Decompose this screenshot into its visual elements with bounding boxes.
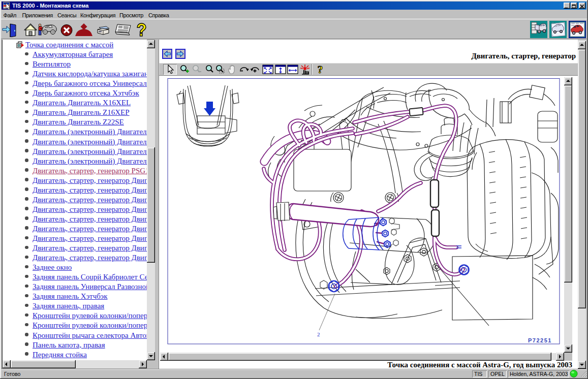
svg-text:2: 2 (317, 331, 320, 337)
svg-text:P72251: P72251 (528, 337, 552, 343)
svg-text:?: ? (318, 64, 323, 75)
